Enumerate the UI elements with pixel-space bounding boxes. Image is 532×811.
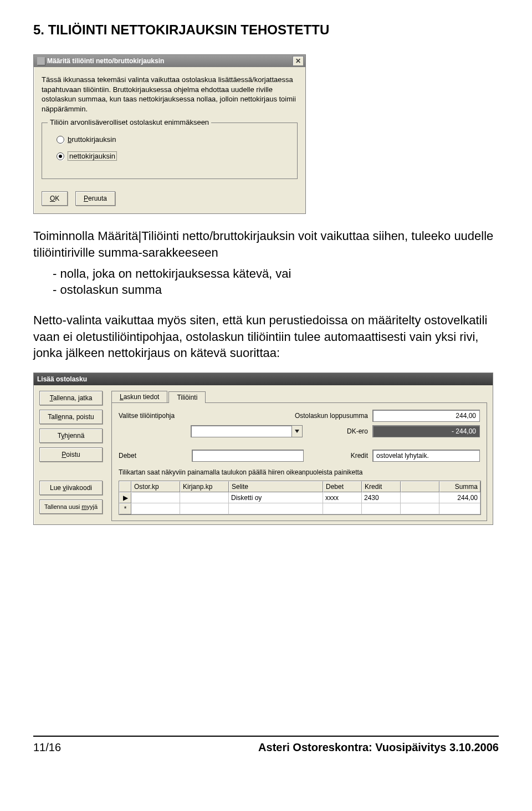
dialog-description: Tässä ikkunassa tekemäsi valinta vaikutt… — [42, 75, 298, 114]
col-kirjanp[interactable]: Kirjanp.kp — [180, 481, 229, 492]
combo-tilionti-pohja[interactable] — [191, 425, 303, 437]
paragraph-2: Netto-valinta vaikuttaa myös siten, että… — [33, 312, 499, 361]
tallenna-jatka-button[interactable]: Tallenna, jatka — [39, 391, 103, 405]
dialog-lisaa-ostolasku: Lisää ostolasku Tallenna, jatka Tallenna… — [33, 373, 493, 525]
field-loppusumma: 244,00 — [372, 410, 480, 422]
svg-marker-0 — [295, 430, 299, 433]
dialog-netto-brutto: Määritä tiliöinti netto/bruttokirjauksin… — [33, 54, 306, 214]
dialog-titlebar[interactable]: Määritä tiliöinti netto/bruttokirjauksin… — [34, 55, 305, 67]
chevron-down-icon — [291, 426, 302, 437]
dialog2-titlebar[interactable]: Lisää ostolasku — [34, 373, 493, 385]
col-debet[interactable]: Debet — [323, 481, 362, 492]
tab-laskun-tiedot[interactable]: Laskun tiedot — [111, 391, 167, 402]
col-kredit[interactable]: Kredit — [362, 481, 401, 492]
page-number: 11/16 — [33, 741, 61, 754]
group-title: Tiliöin arvonlisäverolliset ostolaskut e… — [48, 118, 211, 126]
ok-button[interactable]: OK — [42, 191, 68, 206]
tallenna-uusi-myyja-button[interactable]: Tallenna uusi myyjä — [39, 499, 103, 514]
close-icon[interactable]: ✕ — [293, 56, 304, 66]
radio-netto[interactable]: nettokirjauksin — [57, 151, 287, 161]
table-row[interactable]: * — [119, 503, 480, 514]
label-debet: Debet — [119, 452, 151, 460]
journal-grid[interactable]: Ostor.kp Kirjanp.kp Selite Debet Kredit … — [119, 481, 481, 515]
section-heading: 5. TILIÖINTI NETTOKIRJAUKSIN TEHOSTETTU — [33, 22, 499, 38]
tyhjenna-button[interactable]: Tyhjennä — [39, 429, 103, 443]
dialog2-title: Lisää ostolasku — [37, 375, 491, 383]
label-dkero: DK-ero — [347, 427, 368, 435]
poistu-button[interactable]: Poistu — [39, 447, 103, 462]
lue-viivakoodi-button[interactable]: Lue viivakoodi — [39, 481, 103, 495]
cancel-button[interactable]: Peruuta — [75, 191, 115, 206]
label-valitse-pohja: Valitse tiliöintipohja — [119, 412, 191, 420]
table-row[interactable]: ▶ Disketti oy xxxx 2430 244,00 — [119, 492, 480, 503]
radio-brutto[interactable]: bruttokirjauksin — [57, 135, 287, 144]
tab-tilionti[interactable]: Tiliöinti — [168, 391, 206, 403]
label-loppusumma: Ostolaskun loppusumma — [295, 412, 368, 420]
hint-text: Tilikartan saat näkyviin painamalla taul… — [119, 468, 480, 476]
radio-group: Tiliöin arvonlisäverolliset ostolaskut e… — [42, 123, 298, 179]
radio-icon-checked — [57, 152, 64, 160]
paragraph-1: Toiminnolla Määritä|Tiliöinti netto/brut… — [33, 228, 499, 261]
radio-icon — [57, 136, 64, 144]
col-selite[interactable]: Selite — [229, 481, 323, 492]
row-marker-icon: ▶ — [119, 492, 131, 503]
row-new-icon: * — [119, 503, 131, 514]
tab-panel: Valitse tiliöintipohja Ostolaskun loppus… — [111, 402, 487, 521]
dialog-system-icon — [37, 57, 45, 65]
field-kredit[interactable]: ostovelat lyhytaik. — [372, 450, 480, 462]
label-kredit: Kredit — [351, 452, 368, 460]
col-summa[interactable]: Summa — [439, 481, 480, 492]
field-dkero: - 244,00 — [372, 425, 480, 437]
dialog-title: Määritä tiliöinti netto/bruttokirjauksin — [47, 57, 293, 65]
tallenna-poistu-button[interactable]: Tallenna, poistu — [39, 410, 103, 424]
bullet-2: ostolaskun summa — [53, 282, 499, 298]
bullet-1: nolla, joka on nettokirjauksessa kätevä,… — [53, 266, 499, 282]
col-ostor[interactable]: Ostor.kp — [131, 481, 180, 492]
field-debet[interactable] — [192, 450, 304, 462]
footer-title: Asteri Ostoreskontra: Vuosipäivitys 3.10… — [258, 741, 499, 754]
